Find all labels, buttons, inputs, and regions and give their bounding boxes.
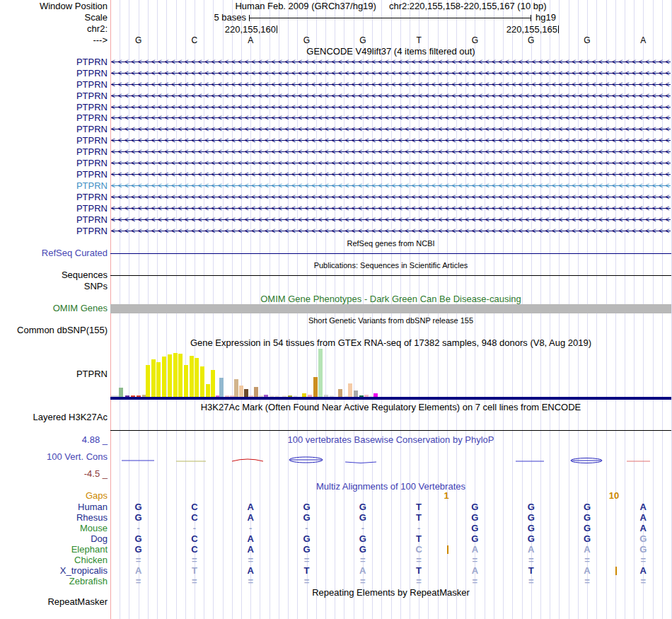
gene-row-ptprn-11[interactable]: <<<<<<<<<<<<<<<<<<<<<<<<<<<<<<<<<<<<<<<<… <box>111 181 671 190</box>
gene-label-ptprn-0[interactable]: PTPRN <box>0 57 108 67</box>
sequences-item-line[interactable] <box>110 275 671 276</box>
align-base-mouse-0: - <box>131 523 146 533</box>
gene-row-ptprn-3[interactable]: <<<<<<<<<<<<<<<<<<<<<<<<<<<<<<<<<<<<<<<<… <box>111 91 671 100</box>
gene-label-ptprn-6[interactable]: PTPRN <box>0 125 108 134</box>
gene-row-ptprn-0[interactable]: <<<<<<<<<<<<<<<<<<<<<<<<<<<<<<<<<<<<<<<<… <box>111 57 671 66</box>
track-label-refseq-curated[interactable]: RefSeq Curated <box>0 248 108 258</box>
gtex-bar-22[interactable] <box>225 395 229 397</box>
gene-label-ptprn-10[interactable]: PTPRN <box>0 170 108 180</box>
gene-label-ptprn-15[interactable]: PTPRN <box>0 226 108 236</box>
gtex-bar-25[interactable] <box>239 386 243 397</box>
gtex-bar-2[interactable] <box>119 388 123 397</box>
gtex-bar-41[interactable] <box>330 395 334 397</box>
align-base-rhesus-9: A <box>635 513 651 523</box>
gene-label-ptprn-4[interactable]: PTPRN <box>0 103 108 112</box>
species-label-mouse[interactable]: Mouse <box>0 523 108 533</box>
gtex-bar-34[interactable] <box>288 395 292 397</box>
gtex-bar-45[interactable] <box>354 391 358 397</box>
gene-row-ptprn-5[interactable]: <<<<<<<<<<<<<<<<<<<<<<<<<<<<<<<<<<<<<<<<… <box>111 113 671 122</box>
species-label-rhesus[interactable]: Rhesus <box>0 513 108 523</box>
gtex-bar-26[interactable] <box>244 389 248 397</box>
gene-row-ptprn-1[interactable]: <<<<<<<<<<<<<<<<<<<<<<<<<<<<<<<<<<<<<<<<… <box>111 69 671 78</box>
species-label-elephant[interactable]: Elephant <box>0 545 108 555</box>
track-label-layered-h3k27ac[interactable]: Layered H3K27Ac <box>0 412 108 422</box>
gtex-bar-19[interactable] <box>211 370 215 397</box>
track-label-repeatmasker[interactable]: RepeatMasker <box>0 597 108 607</box>
gtex-bar-35[interactable] <box>294 395 298 397</box>
gtex-bar-44[interactable] <box>348 383 352 397</box>
track-label-snps[interactable]: SNPs <box>0 282 108 291</box>
gene-label-ptprn-5[interactable]: PTPRN <box>0 113 108 123</box>
gtex-bar-47[interactable] <box>364 395 369 397</box>
track-label-omim-genes[interactable]: OMIM Genes <box>0 303 108 313</box>
gtex-bar-15[interactable] <box>190 356 194 397</box>
track-label-ptprn[interactable]: PTPRN <box>0 369 108 379</box>
align-base-human-0: G <box>131 502 146 512</box>
gtex-bar-7[interactable] <box>146 365 150 397</box>
gtex-bar-46[interactable] <box>359 395 364 397</box>
species-label-chicken[interactable]: Chicken <box>0 555 108 565</box>
gene-row-ptprn-10[interactable]: <<<<<<<<<<<<<<<<<<<<<<<<<<<<<<<<<<<<<<<<… <box>111 170 671 179</box>
gene-label-ptprn-7[interactable]: PTPRN <box>0 136 108 146</box>
gtex-bar-32[interactable] <box>275 395 279 397</box>
gtex-bar-29[interactable] <box>259 395 263 397</box>
gtex-bar-3[interactable] <box>125 395 129 397</box>
gtex-bar-39[interactable] <box>318 349 323 397</box>
gtex-bar-30[interactable] <box>264 395 268 397</box>
gene-label-ptprn-8[interactable]: PTPRN <box>0 147 108 157</box>
gene-label-ptprn-9[interactable]: PTPRN <box>0 158 108 168</box>
species-label-dog[interactable]: Dog <box>0 534 108 544</box>
gtex-bar-14[interactable] <box>184 365 188 397</box>
gtex-bar-28[interactable] <box>254 387 258 397</box>
gene-row-ptprn-7[interactable]: <<<<<<<<<<<<<<<<<<<<<<<<<<<<<<<<<<<<<<<<… <box>111 136 671 145</box>
gtex-bar-38[interactable] <box>313 377 318 397</box>
gene-row-ptprn-6[interactable]: <<<<<<<<<<<<<<<<<<<<<<<<<<<<<<<<<<<<<<<<… <box>111 125 671 134</box>
gene-label-ptprn-3[interactable]: PTPRN <box>0 91 108 101</box>
gene-row-ptprn-9[interactable]: <<<<<<<<<<<<<<<<<<<<<<<<<<<<<<<<<<<<<<<<… <box>111 158 671 168</box>
species-label-x-tropicalis[interactable]: X_tropicalis <box>0 566 108 576</box>
gtex-bar-11[interactable] <box>168 354 172 397</box>
gene-label-ptprn-1[interactable]: PTPRN <box>0 69 108 79</box>
gene-label-ptprn-14[interactable]: PTPRN <box>0 215 108 225</box>
gtex-bar-16[interactable] <box>195 358 199 397</box>
gtex-bar-36[interactable] <box>302 393 306 397</box>
track-label-sequences[interactable]: Sequences <box>0 270 108 280</box>
gene-row-ptprn-4[interactable]: <<<<<<<<<<<<<<<<<<<<<<<<<<<<<<<<<<<<<<<<… <box>111 103 671 112</box>
track-label-gaps[interactable]: Gaps <box>0 491 108 501</box>
gtex-bar-49[interactable] <box>373 393 378 397</box>
gene-row-ptprn-12[interactable]: <<<<<<<<<<<<<<<<<<<<<<<<<<<<<<<<<<<<<<<<… <box>111 192 671 202</box>
gtex-bar-10[interactable] <box>162 357 166 397</box>
gtex-bar-13[interactable] <box>178 354 183 397</box>
gtex-bar-5[interactable] <box>137 395 141 397</box>
gtex-bar-8[interactable] <box>151 359 156 397</box>
gtex-bar-12[interactable] <box>173 353 178 397</box>
track-label-100-vert-cons[interactable]: 100 Vert. Cons <box>0 452 108 462</box>
gene-row-ptprn-2[interactable]: <<<<<<<<<<<<<<<<<<<<<<<<<<<<<<<<<<<<<<<<… <box>111 80 671 89</box>
gene-row-ptprn-8[interactable]: <<<<<<<<<<<<<<<<<<<<<<<<<<<<<<<<<<<<<<<<… <box>111 147 671 156</box>
gtex-bar-42[interactable] <box>338 389 342 397</box>
refseq-curated-item-line[interactable] <box>110 253 671 254</box>
gtex-bar-24[interactable] <box>234 379 238 397</box>
gtex-bar-40[interactable] <box>324 395 328 397</box>
gene-label-ptprn-13[interactable]: PTPRN <box>0 204 108 214</box>
omim-genes-bar[interactable] <box>110 304 671 313</box>
gtex-bar-37[interactable] <box>308 395 312 397</box>
gene-row-ptprn-15[interactable]: <<<<<<<<<<<<<<<<<<<<<<<<<<<<<<<<<<<<<<<<… <box>111 226 671 236</box>
gtex-bar-18[interactable] <box>206 384 210 397</box>
gene-label-ptprn-12[interactable]: PTPRN <box>0 192 108 202</box>
gtex-bar-4[interactable] <box>131 395 135 397</box>
gene-label-ptprn-11[interactable]: PTPRN <box>0 181 108 191</box>
gtex-bar-9[interactable] <box>156 362 161 397</box>
gtex-bar-31[interactable] <box>270 395 274 397</box>
gtex-bar-17[interactable] <box>200 366 204 397</box>
gene-row-ptprn-14[interactable]: <<<<<<<<<<<<<<<<<<<<<<<<<<<<<<<<<<<<<<<<… <box>111 215 671 224</box>
track-label-common-dbsnp-155[interactable]: Common dbSNP(155) <box>0 325 108 335</box>
gtex-bar-33[interactable] <box>282 395 286 397</box>
align-base-x-tropicalis-4: A <box>355 566 371 576</box>
species-label-human[interactable]: Human <box>0 502 108 512</box>
gtex-bar-27[interactable] <box>249 395 253 397</box>
gene-row-ptprn-13[interactable]: <<<<<<<<<<<<<<<<<<<<<<<<<<<<<<<<<<<<<<<<… <box>111 204 671 213</box>
gene-label-ptprn-2[interactable]: PTPRN <box>0 80 108 90</box>
gtex-bar-21[interactable] <box>219 378 224 397</box>
species-label-zebrafish[interactable]: Zebrafish <box>0 577 108 586</box>
